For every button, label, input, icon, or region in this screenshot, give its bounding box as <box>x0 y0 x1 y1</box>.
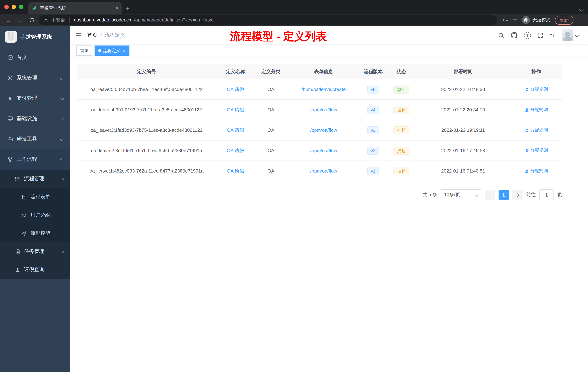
url-domain: dashboard.yudao.iocoder.cn <box>74 17 131 22</box>
cell-category: OA <box>254 127 287 133</box>
table-row: oa_leave:5:004b710b-7b8a-11ec-8ef0-acde4… <box>77 79 562 100</box>
tags-view: 首页 流程定义 × <box>70 44 588 57</box>
goto-page-input[interactable] <box>539 189 554 200</box>
assign-rule-button[interactable]: 分配规则 <box>525 147 548 153</box>
sidebar-item-label: 系统管理 <box>17 75 37 81</box>
chevron-down-icon <box>575 33 579 37</box>
tag-home[interactable]: 首页 <box>76 45 92 56</box>
incognito-label: 无痕模式 <box>532 17 551 23</box>
zoom-window-button[interactable] <box>19 5 23 9</box>
assign-rule-button[interactable]: 分配规则 <box>525 168 548 174</box>
minimize-window-button[interactable] <box>12 5 16 9</box>
definition-table: 定义编号 定义名称 定义分类 表单信息 流程版本 状态 部署时间 操作 oa_l… <box>77 65 562 181</box>
sidebar-item-process-model[interactable]: 流程模型 <box>0 224 70 242</box>
sidebar-item-task-management[interactable]: 任务管理 <box>0 242 70 261</box>
person-icon <box>525 128 529 132</box>
update-button[interactable]: 更新 <box>555 15 573 25</box>
cell-definition-id: oa_leave:1:482ec033-762a-11ec-8477-a2380… <box>77 168 216 174</box>
tab-search-icon[interactable] <box>579 8 584 12</box>
cell-definition-name[interactable]: OA 请假 <box>216 107 254 113</box>
page-number-button[interactable]: 1 <box>499 190 509 200</box>
cell-form-link[interactable]: /bpm/oa/flow <box>287 168 360 174</box>
sidebar-item-process-management[interactable]: 流程管理 <box>0 170 70 188</box>
chevron-down-icon <box>60 137 64 141</box>
breadcrumb-home[interactable]: 首页 <box>87 32 97 39</box>
sidebar-item-user-group[interactable]: 用户分组 <box>0 206 70 224</box>
incognito-badge: 无痕模式 <box>522 16 551 24</box>
hamburger-icon[interactable] <box>70 32 87 39</box>
cell-form-link[interactable]: /bpm/oa/flow <box>287 148 360 153</box>
goto-label: 前往 <box>526 191 536 198</box>
fullscreen-icon[interactable] <box>537 33 543 38</box>
cell-definition-id: oa_leave:5:004b710b-7b8a-11ec-8ef0-acde4… <box>77 87 216 92</box>
prev-page-button[interactable] <box>485 190 495 200</box>
cell-form-link[interactable]: /bpm/oa/leave/create <box>287 87 360 92</box>
cell-definition-name[interactable]: OA 请假 <box>216 86 254 93</box>
tag-process-definition[interactable]: 流程定义 × <box>94 45 129 56</box>
cell-definition-name[interactable]: OA 请假 <box>216 127 254 133</box>
close-window-button[interactable] <box>4 5 9 9</box>
search-icon[interactable] <box>498 32 504 38</box>
goto-unit-label: 页 <box>557 191 562 198</box>
sidebar-item-workflow[interactable]: 工作流程 <box>0 149 70 170</box>
toolbar-right: ☆ 无痕模式 更新 ⋮ <box>499 15 584 25</box>
assign-rule-button[interactable]: 分配规则 <box>525 127 548 133</box>
col-definition-name: 定义名称 <box>216 68 254 75</box>
bookmark-star-icon[interactable]: ☆ <box>513 17 517 23</box>
sidebar-item-process-form[interactable]: 流程表单 <box>0 188 70 206</box>
next-page-button[interactable] <box>512 190 523 200</box>
key-icon[interactable] <box>502 17 508 23</box>
cell-form-link[interactable]: /bpm/oa/flow <box>287 107 360 112</box>
browser-menu-icon[interactable]: ⋮ <box>578 17 584 23</box>
page-size-select[interactable]: 10条/页 <box>441 189 481 200</box>
sidebar-item-system[interactable]: 系统管理 <box>0 68 70 88</box>
send-icon <box>21 230 27 236</box>
assign-rule-button[interactable]: 分配规则 <box>525 107 548 113</box>
cell-form-link[interactable]: /bpm/oa/flow <box>287 127 360 133</box>
sidebar-item-label: 用户分组 <box>31 212 50 219</box>
cell-definition-name[interactable]: OA 请假 <box>216 168 254 174</box>
warning-icon <box>44 18 48 22</box>
assign-rule-button[interactable]: 分配规则 <box>525 86 548 92</box>
sidebar-item-infra[interactable]: 基础设施 <box>0 109 70 129</box>
sidebar-item-devtools[interactable]: 研发工具 <box>0 129 70 149</box>
user-menu[interactable] <box>562 30 578 41</box>
forward-icon[interactable]: → <box>15 17 25 23</box>
cell-definition-name[interactable]: OA 请假 <box>216 147 254 154</box>
person-icon <box>525 108 529 112</box>
address-bar[interactable]: 不安全 dashboard.yudao.iocoder.cn/bpm/manag… <box>39 15 497 25</box>
col-actions: 操作 <box>510 65 562 79</box>
cell-category: OA <box>254 168 287 174</box>
version-tag: v3 <box>367 126 379 134</box>
chevron-down-icon <box>60 76 64 80</box>
table-row: oa_leave:1:482ec033-762a-11ec-8477-a2380… <box>77 161 562 181</box>
help-icon[interactable]: ? <box>524 32 531 39</box>
logo-avatar <box>5 31 17 43</box>
app-logo: 芋道管理系统 <box>0 26 70 47</box>
github-icon[interactable] <box>511 32 517 39</box>
tag-close-icon[interactable]: × <box>123 48 126 53</box>
version-tag: v1 <box>367 167 379 175</box>
status-badge: 挂起 <box>393 146 409 154</box>
back-icon[interactable]: ← <box>4 17 13 23</box>
sidebar-item-label: 流程模型 <box>31 230 50 237</box>
total-count: 共 5 条 <box>422 191 437 198</box>
new-tab-button[interactable]: + <box>126 5 130 12</box>
reload-icon[interactable] <box>27 17 36 23</box>
list-icon <box>15 176 20 182</box>
tab-close-icon[interactable]: × <box>116 5 118 11</box>
cell-category: OA <box>254 107 287 112</box>
gear-icon <box>7 75 13 81</box>
cell-definition-id: oa_leave:3:1fad3d93-7b75-11ec-a3c8-acde4… <box>77 127 216 133</box>
sidebar-item-leave-query[interactable]: 请假查询 <box>0 261 70 279</box>
sidebar-item-payment[interactable]: ¥ 支付管理 <box>0 88 70 109</box>
breadcrumb-separator: / <box>100 33 102 38</box>
action-label: 分配规则 <box>530 147 548 153</box>
person-icon <box>525 87 529 92</box>
text-size-icon[interactable]: тT <box>550 33 555 38</box>
browser-tab[interactable]: 芋道管理系统 × <box>28 2 122 14</box>
chevron-right-icon <box>516 193 519 197</box>
breadcrumb-current: 流程定义 <box>105 32 125 39</box>
cell-deploy-time: 2022-01-16 01:40:51 <box>416 168 510 174</box>
sidebar-item-home[interactable]: 首页 <box>0 47 70 68</box>
